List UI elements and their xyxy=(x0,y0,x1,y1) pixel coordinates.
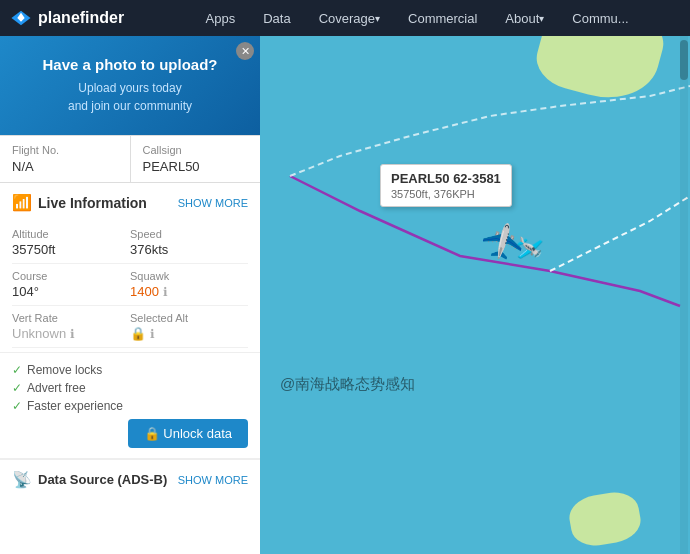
vert-rate-item: Vert Rate Unknown ℹ xyxy=(12,306,130,348)
vert-rate-info-icon[interactable]: ℹ xyxy=(70,327,75,341)
vert-rate-label: Vert Rate xyxy=(12,312,130,324)
live-header: 📶 Live Information SHOW MORE xyxy=(12,193,248,212)
logo[interactable]: planefinder xyxy=(10,7,124,29)
upgrade-item-3: Faster experience xyxy=(12,399,248,413)
navbar: planefinder Apps Data Coverage Commercia… xyxy=(0,0,690,36)
map-scrollbar-thumb xyxy=(680,40,688,80)
callsign-value: PEARL50 xyxy=(143,159,249,174)
unlock-button[interactable]: 🔒 Unlock data xyxy=(128,419,248,448)
speed-label: Speed xyxy=(130,228,248,240)
nav-commercial[interactable]: Commercial xyxy=(394,0,491,36)
squawk-value: 1400 ℹ xyxy=(130,284,248,299)
callsign-label: Callsign xyxy=(143,144,249,156)
nav-links: Apps Data Coverage Commercial About Comm… xyxy=(154,0,680,36)
tooltip-callsign: PEARL50 62-3581 xyxy=(391,171,501,186)
squawk-info-icon[interactable]: ℹ xyxy=(163,285,168,299)
speed-value: 376kts xyxy=(130,242,248,257)
promo-sub2: and join our community xyxy=(16,97,244,115)
selected-alt-item: Selected Alt 🔒 ℹ xyxy=(130,306,248,348)
datasource-show-more[interactable]: SHOW MORE xyxy=(178,474,248,486)
nav-apps[interactable]: Apps xyxy=(192,0,250,36)
nav-about[interactable]: About xyxy=(491,0,558,36)
watermark: @南海战略态势感知 xyxy=(280,375,415,394)
upgrade-item-2: Advert free xyxy=(12,381,248,395)
altitude-label: Altitude xyxy=(12,228,130,240)
radar-icon: 📡 xyxy=(12,470,32,489)
map-scrollbar[interactable] xyxy=(680,36,688,554)
promo-title: Have a photo to upload? xyxy=(16,56,244,73)
flight-no-cell: Flight No. N/A xyxy=(0,136,131,182)
course-item: Course 104° xyxy=(12,264,130,306)
nav-coverage[interactable]: Coverage xyxy=(305,0,394,36)
selected-alt-label: Selected Alt xyxy=(130,312,248,324)
altitude-item: Altitude 35750ft xyxy=(12,222,130,264)
squawk-item: Squawk 1400 ℹ xyxy=(130,264,248,306)
vert-rate-value: Unknown ℹ xyxy=(12,326,130,341)
speed-item: Speed 376kts xyxy=(130,222,248,264)
logo-plane-icon xyxy=(10,7,32,29)
logo-text: planefinder xyxy=(38,9,124,27)
flight-path-svg xyxy=(260,36,690,554)
datasource-title: 📡 Data Source (ADS-B) xyxy=(12,470,167,489)
course-value: 104° xyxy=(12,284,130,299)
map-area[interactable]: ✈️ 🛩️ PEARL50 62-3581 35750ft, 376KPH @南… xyxy=(260,36,690,554)
unlock-row: 🔒 Unlock data xyxy=(12,419,248,448)
flight-no-label: Flight No. xyxy=(12,144,118,156)
selected-alt-info-icon[interactable]: ℹ xyxy=(150,327,155,341)
flight-no-value: N/A xyxy=(12,159,118,174)
promo-close-button[interactable]: ✕ xyxy=(236,42,254,60)
live-show-more[interactable]: SHOW MORE xyxy=(178,197,248,209)
live-title-text: Live Information xyxy=(38,195,147,211)
live-title: 📶 Live Information xyxy=(12,193,147,212)
sidebar: ✕ Have a photo to upload? Upload yours t… xyxy=(0,36,260,554)
info-grid: Altitude 35750ft Speed 376kts Course 104… xyxy=(12,222,248,348)
promo-box: ✕ Have a photo to upload? Upload yours t… xyxy=(0,36,260,135)
flight-info-row: Flight No. N/A Callsign PEARL50 xyxy=(0,135,260,183)
upgrade-section: Remove locks Advert free Faster experien… xyxy=(0,352,260,458)
nav-data[interactable]: Data xyxy=(249,0,304,36)
callsign-cell: Callsign PEARL50 xyxy=(131,136,261,182)
squawk-label: Squawk xyxy=(130,270,248,282)
wifi-icon: 📶 xyxy=(12,193,32,212)
course-label: Course xyxy=(12,270,130,282)
tooltip-sub: 35750ft, 376KPH xyxy=(391,188,501,200)
promo-sub1: Upload yours today xyxy=(16,79,244,97)
selected-alt-value: 🔒 ℹ xyxy=(130,326,248,341)
upgrade-item-1: Remove locks xyxy=(12,363,248,377)
datasource-section: 📡 Data Source (ADS-B) SHOW MORE xyxy=(0,458,260,499)
live-section: 📶 Live Information SHOW MORE Altitude 35… xyxy=(0,183,260,348)
altitude-value: 35750ft xyxy=(12,242,130,257)
plane-marker-2: 🛩️ xyxy=(513,234,544,264)
flight-tooltip: PEARL50 62-3581 35750ft, 376KPH xyxy=(380,164,512,207)
nav-community[interactable]: Commu... xyxy=(558,0,642,36)
